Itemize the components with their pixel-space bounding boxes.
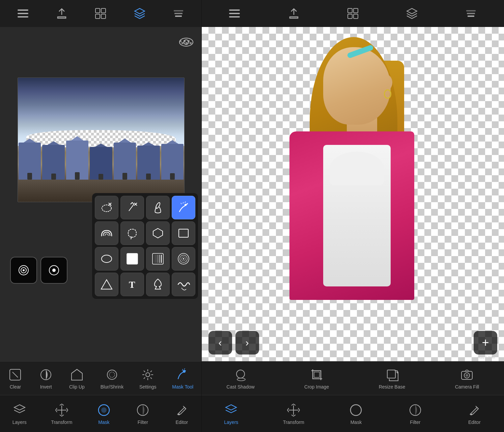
editor-nav-label: Editor	[176, 420, 188, 425]
layers-nav-right-label: Layers	[224, 420, 238, 425]
target-button[interactable]	[10, 257, 37, 284]
menu-icon-right[interactable]	[226, 5, 243, 22]
add-layer-button[interactable]: +	[474, 331, 497, 354]
mask-nav-right[interactable]: Mask	[343, 400, 369, 428]
svg-rect-69	[354, 14, 358, 19]
layers-icon-right[interactable]	[463, 5, 479, 22]
magic-x-tool-btn[interactable]	[120, 196, 144, 219]
polygon-tool-btn[interactable]	[146, 221, 170, 245]
svg-rect-63	[229, 9, 240, 11]
tool-panel: T	[92, 193, 198, 299]
lasso-tool-btn[interactable]	[120, 221, 144, 245]
ellipse-tool-btn[interactable]	[95, 247, 118, 271]
menu-icon[interactable]	[15, 5, 31, 22]
cast-shadow-tool-item[interactable]: Cast Shadow	[226, 367, 254, 390]
prev-arrow-button[interactable]: ‹	[208, 331, 232, 354]
export-icon[interactable]	[54, 5, 70, 22]
bottom-tools-right: Cast Shadow Crop Image Resize Base Camer…	[202, 361, 504, 395]
clip-up-tool-item[interactable]: Clip Up	[69, 367, 85, 390]
crop-image-icon	[309, 367, 324, 382]
layers-stack-active-icon[interactable]	[132, 5, 148, 22]
text-tool-btn[interactable]: T	[120, 273, 144, 296]
filter-nav-right[interactable]: Filter	[402, 400, 428, 428]
clear-label: Clear	[10, 384, 21, 390]
camera-fill-tool-item[interactable]: Camera Fill	[455, 367, 479, 390]
crop-image-tool-item[interactable]: Crop Image	[304, 367, 329, 390]
eraser-tool-btn[interactable]	[146, 196, 170, 219]
settings-label: Settings	[139, 384, 157, 390]
clip-up-label: Clip Up	[69, 384, 85, 390]
clear-tool-item[interactable]: Clear	[8, 367, 23, 390]
transform-nav-right[interactable]: Transform	[278, 400, 310, 428]
svg-rect-18	[190, 42, 192, 44]
mask-nav-icon	[96, 403, 111, 418]
svg-rect-64	[229, 13, 240, 14]
svg-rect-71	[467, 13, 475, 14]
blur-shrink-tool-item[interactable]: Blur/Shrink	[101, 367, 123, 390]
svg-rect-4	[101, 8, 106, 13]
rect-select-tool-btn[interactable]	[172, 221, 195, 245]
bottom-nav-left: Layers Transform Mask Filter Editor	[0, 395, 201, 432]
svg-point-57	[183, 370, 186, 373]
filter-nav-label: Filter	[138, 420, 148, 425]
magic-brush-tool-btn[interactable]	[172, 196, 195, 219]
svg-point-23	[52, 269, 56, 272]
eye-icon[interactable]	[178, 34, 195, 51]
layers-nav-right[interactable]: Layers	[218, 400, 244, 428]
wave-tool-btn[interactable]	[172, 273, 195, 296]
grid-icon-right[interactable]	[345, 5, 361, 22]
svg-point-48	[183, 258, 184, 259]
camera-fill-icon	[459, 367, 474, 382]
rainbow-tool-btn[interactable]	[95, 221, 118, 245]
svg-rect-9	[175, 16, 182, 17]
mask-tool-item[interactable]: Mask Tool	[172, 367, 193, 390]
next-arrow-button[interactable]: ›	[235, 331, 259, 354]
editor-nav-right[interactable]: Editor	[461, 400, 487, 428]
layers-nav-left[interactable]: Layers	[7, 400, 32, 428]
transform-nav-right-icon	[286, 403, 301, 418]
svg-rect-2	[18, 16, 28, 18]
invert-tool-item[interactable]: Invert	[38, 367, 53, 390]
editor-nav-left[interactable]: Editor	[169, 400, 195, 428]
svg-point-33	[102, 255, 112, 263]
girl-image	[235, 27, 418, 324]
clip-up-icon	[69, 367, 84, 382]
blur-shrink-label: Blur/Shrink	[101, 384, 123, 390]
transform-nav-left[interactable]: Transform	[46, 400, 78, 428]
svg-rect-16	[181, 42, 184, 44]
layers-nav-label: Layers	[12, 420, 27, 425]
mask-nav-left[interactable]: Mask	[91, 400, 117, 428]
svg-point-30	[185, 204, 187, 206]
canvas-action-buttons	[10, 257, 67, 284]
export-icon-right[interactable]	[286, 5, 302, 22]
svg-rect-75	[314, 372, 319, 377]
svg-rect-6	[101, 14, 106, 19]
radial-gradient-tool-btn[interactable]	[172, 247, 195, 271]
invert-label: Invert	[40, 384, 52, 390]
cast-shadow-icon	[233, 367, 248, 382]
lasso-x-tool-btn[interactable]	[95, 196, 118, 219]
layers-stack-icon-right[interactable]	[404, 5, 420, 22]
circle-dot-button[interactable]	[40, 257, 67, 284]
bottom-tools-left: Clear Invert Clip Up Blur/Shrink Setting…	[0, 361, 201, 395]
grid-icon[interactable]	[92, 5, 109, 22]
horiz-gradient-tool-btn[interactable]	[146, 247, 170, 271]
svg-line-52	[12, 372, 18, 377]
layers-icon[interactable]	[170, 5, 187, 22]
svg-rect-32	[179, 229, 188, 237]
spade-tool-btn[interactable]	[146, 273, 170, 296]
filter-nav-left[interactable]: Filter	[130, 400, 156, 428]
right-panel: ‹ › + Add Layer Cast Shadow Crop Image R…	[202, 0, 504, 432]
resize-base-tool-item[interactable]: Resize Base	[379, 367, 405, 390]
svg-point-74	[237, 378, 245, 381]
clear-icon	[8, 367, 23, 382]
settings-tool-item[interactable]: Settings	[139, 367, 157, 390]
svg-rect-67	[354, 8, 358, 13]
linear-gradient-tool-btn[interactable]	[120, 247, 144, 271]
resize-base-icon	[385, 367, 399, 382]
mask-nav-right-icon	[348, 403, 363, 418]
triangle-tool-btn[interactable]	[95, 273, 118, 296]
right-canvas-area: ‹ › + Add Layer	[202, 27, 504, 361]
svg-rect-70	[466, 10, 476, 11]
svg-rect-65	[229, 16, 240, 18]
